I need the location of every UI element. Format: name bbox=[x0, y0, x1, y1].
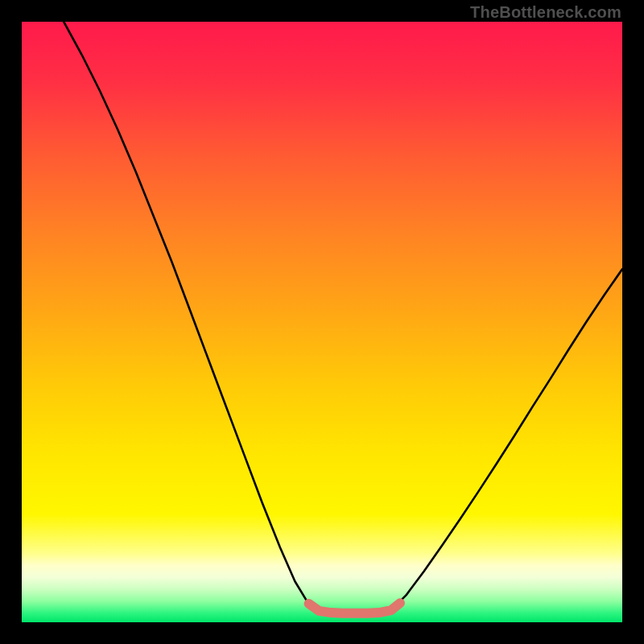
curves-layer bbox=[22, 22, 622, 622]
watermark-text: TheBottleneck.com bbox=[470, 3, 621, 22]
bottleneck-curve bbox=[64, 22, 622, 613]
chart-stage: TheBottleneck.com bbox=[0, 0, 644, 644]
plot-area bbox=[22, 22, 622, 622]
bottom-marker bbox=[309, 603, 400, 613]
